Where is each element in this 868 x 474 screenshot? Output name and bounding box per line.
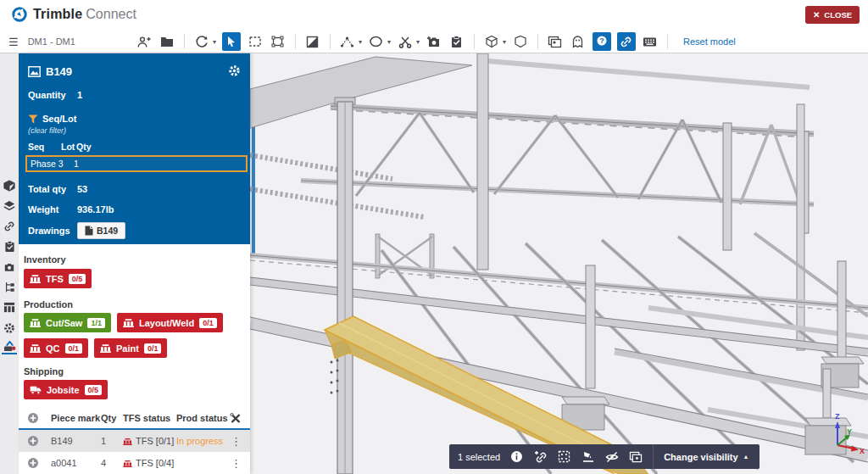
paint-status-button[interactable]: Paint 0/1 bbox=[94, 338, 167, 358]
seq-row-name: Phase 3 bbox=[31, 159, 74, 169]
pointer-select-button[interactable] bbox=[222, 32, 241, 51]
weight-label: Weight bbox=[28, 204, 77, 215]
drawing-button-label: B149 bbox=[97, 226, 118, 236]
project-breadcrumb[interactable]: DM1 - DM1 bbox=[28, 36, 75, 47]
app-logo: TrimbleConnect bbox=[12, 7, 136, 22]
marquee-select-icon[interactable] bbox=[247, 33, 264, 50]
markup-save-icon[interactable] bbox=[448, 33, 465, 50]
transform-select-icon[interactable] bbox=[270, 33, 287, 50]
hierarchy-tree-icon[interactable] bbox=[2, 281, 17, 293]
expand-all-icon[interactable] bbox=[27, 412, 51, 424]
toolbar-divider bbox=[474, 34, 475, 49]
col-qty[interactable]: Qty bbox=[101, 413, 123, 423]
3d-viewport-model[interactable] bbox=[250, 53, 868, 474]
view-cube-icon[interactable] bbox=[483, 33, 500, 50]
todo-clipboard-icon[interactable] bbox=[2, 240, 17, 253]
gizmo-y-label: Y bbox=[847, 427, 852, 436]
jobsite-status-button[interactable]: Jobsite 0/5 bbox=[24, 380, 108, 399]
overlay-state-icon[interactable] bbox=[628, 449, 643, 464]
drawings-label: Drawings bbox=[28, 226, 77, 236]
selection-count: 1 selected bbox=[458, 452, 500, 462]
clip-plane-scissors-icon[interactable] bbox=[397, 33, 414, 50]
seq-row-phase3[interactable]: Phase 3 1 bbox=[25, 155, 248, 172]
views-camera-icon[interactable] bbox=[2, 260, 17, 273]
cut-saw-status-button[interactable]: Cut/Saw 1/1 bbox=[24, 313, 111, 332]
weight-value: 936.17lb bbox=[77, 204, 114, 215]
measure-icon[interactable] bbox=[339, 33, 356, 50]
production-status-app-icon[interactable] bbox=[2, 342, 17, 354]
paint-label: Paint bbox=[116, 343, 139, 354]
layers-icon[interactable] bbox=[2, 199, 17, 212]
panel-settings-gear-icon[interactable] bbox=[228, 64, 242, 78]
invert-selection-icon[interactable] bbox=[304, 33, 321, 50]
change-visibility-button[interactable]: Change visibility ▲ bbox=[664, 452, 750, 462]
row-menu-kebab-icon[interactable]: ⋮ bbox=[231, 458, 242, 469]
piece-summary-section: B149 Quantity 1 Seq/Lot (clear filter) S… bbox=[19, 53, 250, 244]
measure-caret-icon[interactable]: ▾ bbox=[359, 38, 362, 46]
toolbar-divider bbox=[667, 34, 668, 49]
menu-icon[interactable]: ☰ bbox=[8, 36, 19, 48]
total-qty-value: 53 bbox=[77, 184, 87, 194]
table-row-b149[interactable]: B149 1 TFS [0/1] In progress ⋮ bbox=[19, 430, 250, 452]
add-collaborator-icon[interactable] bbox=[136, 33, 153, 50]
settings-gear-icon[interactable] bbox=[2, 321, 17, 334]
seq-row-qty: 1 bbox=[74, 159, 79, 169]
cell-tfs-status: TFS [0/4] bbox=[136, 458, 174, 468]
wireframe-cube-icon[interactable] bbox=[512, 33, 529, 50]
expand-row-icon[interactable] bbox=[27, 435, 51, 447]
orbit-caret-icon[interactable]: ▾ bbox=[213, 38, 216, 46]
layout-weld-label: Layout/Weld bbox=[139, 318, 194, 328]
add-link-icon[interactable] bbox=[533, 449, 548, 464]
keyboard-shortcuts-icon[interactable] bbox=[642, 33, 659, 50]
folder-icon[interactable] bbox=[159, 33, 175, 50]
viewer-toolbar: ☰ DM1 - DM1 ▾ bbox=[0, 31, 868, 53]
machine-icon bbox=[30, 318, 41, 327]
links-icon[interactable] bbox=[2, 220, 17, 232]
tfs-label: TFS bbox=[46, 274, 64, 284]
element-image-icon bbox=[28, 66, 41, 77]
cell-qty: 4 bbox=[101, 458, 123, 468]
paint-color-icon[interactable] bbox=[581, 449, 595, 464]
axis-gizmo[interactable]: Z X Y bbox=[810, 410, 868, 472]
property-table-icon[interactable] bbox=[2, 301, 17, 314]
tfs-count-badge: 0/5 bbox=[69, 274, 86, 284]
table-tools-icon[interactable] bbox=[230, 413, 242, 424]
toolbar-divider bbox=[330, 34, 331, 49]
markup-caret-icon[interactable]: ▾ bbox=[387, 38, 391, 46]
row-menu-kebab-icon[interactable]: ⋮ bbox=[231, 436, 242, 447]
cell-tfs-status: TFS [0/1] bbox=[136, 436, 174, 446]
models-cube-icon[interactable] bbox=[2, 179, 17, 192]
reset-model-link[interactable]: Reset model bbox=[683, 36, 736, 47]
hide-eye-off-icon[interactable] bbox=[604, 449, 619, 464]
paint-count-badge: 0/1 bbox=[144, 343, 162, 354]
markup-shape-icon[interactable] bbox=[368, 33, 385, 50]
cut-saw-count-badge: 1/1 bbox=[87, 318, 105, 328]
qc-status-button[interactable]: QC 0/1 bbox=[24, 338, 88, 358]
trimble-connect-window: TrimbleConnect ✕ CLOSE ☰ DM1 - DM1 ▾ bbox=[0, 0, 868, 474]
overlay-views-icon[interactable] bbox=[547, 33, 564, 50]
toolbar-divider bbox=[537, 34, 538, 49]
table-row-a0041[interactable]: a0041 4 TFS [0/4] ⋮ bbox=[19, 452, 250, 474]
drawing-b149-button[interactable]: B149 bbox=[77, 222, 125, 239]
info-icon[interactable] bbox=[509, 449, 524, 464]
col-tfs-status[interactable]: TFS status bbox=[123, 413, 176, 423]
extension-sidebar bbox=[0, 53, 19, 474]
orbit-icon[interactable] bbox=[193, 33, 210, 50]
gizmo-z-label: Z bbox=[835, 412, 840, 421]
col-piece-mark[interactable]: Piece mark bbox=[51, 413, 101, 423]
clip-caret-icon[interactable]: ▾ bbox=[416, 38, 420, 46]
quantity-value: 1 bbox=[77, 90, 82, 100]
isolate-selection-icon[interactable] bbox=[557, 449, 571, 464]
truck-icon bbox=[30, 385, 42, 394]
layout-weld-status-button[interactable]: Layout/Weld 0/1 bbox=[117, 313, 223, 332]
view-cube-caret-icon[interactable]: ▾ bbox=[503, 38, 506, 46]
clear-filter-link[interactable]: (clear filter) bbox=[28, 126, 242, 135]
snapshot-camera-icon[interactable] bbox=[426, 33, 442, 50]
tfs-status-button[interactable]: TFS 0/5 bbox=[24, 269, 92, 288]
poi-help-button[interactable]: ? bbox=[593, 32, 611, 51]
links-active-button[interactable] bbox=[617, 32, 636, 51]
ghost-mode-icon[interactable] bbox=[570, 33, 587, 50]
expand-row-icon[interactable] bbox=[27, 457, 51, 469]
col-prod-status[interactable]: Prod status bbox=[176, 413, 229, 423]
close-button[interactable]: ✕ CLOSE bbox=[805, 6, 860, 24]
